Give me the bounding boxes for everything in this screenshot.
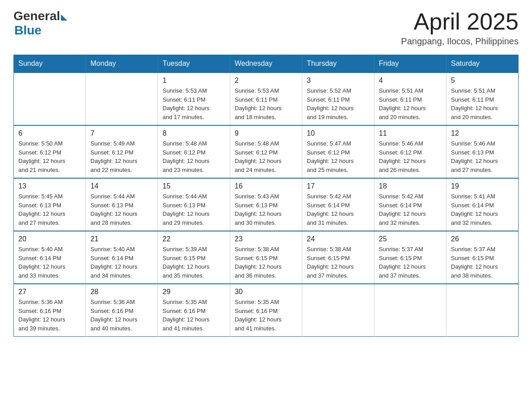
calendar-cell: 4Sunrise: 5:51 AM Sunset: 6:11 PM Daylig…: [374, 73, 446, 125]
location-subtitle: Pangpang, Ilocos, Philippines: [401, 36, 519, 47]
day-number: 8: [163, 129, 225, 137]
calendar-cell: 17Sunrise: 5:42 AM Sunset: 6:14 PM Dayli…: [302, 178, 374, 231]
day-number: 26: [451, 235, 514, 243]
calendar-cell: [446, 284, 519, 337]
calendar-cell: 2Sunrise: 5:53 AM Sunset: 6:11 PM Daylig…: [230, 73, 302, 125]
day-info: Sunrise: 5:47 AM Sunset: 6:12 PM Dayligh…: [307, 139, 369, 174]
calendar-cell: 14Sunrise: 5:44 AM Sunset: 6:13 PM Dayli…: [86, 178, 158, 231]
logo-general-text: General: [13, 9, 60, 23]
calendar-cell: 3Sunrise: 5:52 AM Sunset: 6:11 PM Daylig…: [302, 73, 374, 125]
calendar-cell: 26Sunrise: 5:37 AM Sunset: 6:15 PM Dayli…: [446, 231, 519, 284]
calendar-cell: 28Sunrise: 5:36 AM Sunset: 6:16 PM Dayli…: [86, 284, 158, 337]
calendar-cell: 24Sunrise: 5:38 AM Sunset: 6:15 PM Dayli…: [302, 231, 374, 284]
day-number: 30: [235, 288, 297, 296]
calendar-cell: 5Sunrise: 5:51 AM Sunset: 6:11 PM Daylig…: [446, 73, 519, 125]
day-number: 2: [235, 77, 297, 85]
day-info: Sunrise: 5:53 AM Sunset: 6:11 PM Dayligh…: [163, 86, 225, 121]
logo-arrow-icon: [61, 14, 67, 21]
day-number: 5: [451, 77, 514, 85]
day-info: Sunrise: 5:48 AM Sunset: 6:12 PM Dayligh…: [235, 139, 297, 174]
calendar-cell: [302, 284, 374, 337]
day-number: 18: [379, 182, 442, 190]
calendar-cell: 25Sunrise: 5:37 AM Sunset: 6:15 PM Dayli…: [374, 231, 446, 284]
calendar-header: SundayMondayTuesdayWednesdayThursdayFrid…: [14, 55, 519, 73]
calendar-cell: [374, 284, 446, 337]
day-info: Sunrise: 5:44 AM Sunset: 6:13 PM Dayligh…: [163, 192, 225, 227]
calendar-cell: 19Sunrise: 5:41 AM Sunset: 6:14 PM Dayli…: [446, 178, 519, 231]
day-info: Sunrise: 5:48 AM Sunset: 6:12 PM Dayligh…: [163, 139, 225, 174]
header-cell-tuesday: Tuesday: [158, 55, 230, 73]
day-info: Sunrise: 5:35 AM Sunset: 6:16 PM Dayligh…: [235, 298, 297, 333]
day-number: 19: [451, 182, 514, 190]
day-number: 6: [18, 129, 81, 137]
day-number: 28: [90, 288, 153, 296]
day-number: 1: [163, 77, 225, 85]
day-info: Sunrise: 5:42 AM Sunset: 6:14 PM Dayligh…: [379, 192, 442, 227]
day-number: 13: [18, 182, 81, 190]
logo-blue-text: Blue: [14, 23, 42, 38]
day-info: Sunrise: 5:39 AM Sunset: 6:15 PM Dayligh…: [163, 245, 225, 280]
calendar-cell: 1Sunrise: 5:53 AM Sunset: 6:11 PM Daylig…: [158, 73, 230, 125]
header-cell-friday: Friday: [374, 55, 446, 73]
day-info: Sunrise: 5:35 AM Sunset: 6:16 PM Dayligh…: [163, 298, 225, 333]
calendar-cell: 23Sunrise: 5:38 AM Sunset: 6:15 PM Dayli…: [230, 231, 302, 284]
day-info: Sunrise: 5:36 AM Sunset: 6:16 PM Dayligh…: [90, 298, 153, 333]
week-row-3: 13Sunrise: 5:45 AM Sunset: 6:13 PM Dayli…: [14, 178, 519, 231]
week-row-1: 1Sunrise: 5:53 AM Sunset: 6:11 PM Daylig…: [14, 73, 519, 125]
header-cell-wednesday: Wednesday: [230, 55, 302, 73]
day-number: 29: [163, 288, 225, 296]
day-info: Sunrise: 5:37 AM Sunset: 6:15 PM Dayligh…: [451, 245, 514, 280]
day-info: Sunrise: 5:42 AM Sunset: 6:14 PM Dayligh…: [307, 192, 369, 227]
day-number: 25: [379, 235, 442, 243]
day-number: 12: [451, 129, 514, 137]
day-info: Sunrise: 5:41 AM Sunset: 6:14 PM Dayligh…: [451, 192, 514, 227]
calendar-cell: 21Sunrise: 5:40 AM Sunset: 6:14 PM Dayli…: [86, 231, 158, 284]
calendar-cell: 15Sunrise: 5:44 AM Sunset: 6:13 PM Dayli…: [158, 178, 230, 231]
header-cell-thursday: Thursday: [302, 55, 374, 73]
calendar-cell: 16Sunrise: 5:43 AM Sunset: 6:13 PM Dayli…: [230, 178, 302, 231]
month-year-title: April 2025: [401, 9, 519, 34]
day-info: Sunrise: 5:44 AM Sunset: 6:13 PM Dayligh…: [90, 192, 153, 227]
day-number: 27: [18, 288, 81, 296]
day-number: 14: [90, 182, 153, 190]
week-row-4: 20Sunrise: 5:40 AM Sunset: 6:14 PM Dayli…: [14, 231, 519, 284]
calendar-cell: 22Sunrise: 5:39 AM Sunset: 6:15 PM Dayli…: [158, 231, 230, 284]
day-number: 10: [307, 129, 369, 137]
day-info: Sunrise: 5:49 AM Sunset: 6:12 PM Dayligh…: [90, 139, 153, 174]
header-row: SundayMondayTuesdayWednesdayThursdayFrid…: [14, 55, 519, 73]
day-info: Sunrise: 5:50 AM Sunset: 6:12 PM Dayligh…: [18, 139, 81, 174]
day-number: 4: [379, 77, 442, 85]
day-info: Sunrise: 5:46 AM Sunset: 6:13 PM Dayligh…: [451, 139, 514, 174]
day-info: Sunrise: 5:37 AM Sunset: 6:15 PM Dayligh…: [379, 245, 442, 280]
page-header: General Blue April 2025 Pangpang, Ilocos…: [13, 9, 519, 47]
day-info: Sunrise: 5:40 AM Sunset: 6:14 PM Dayligh…: [18, 245, 81, 280]
calendar-cell: 6Sunrise: 5:50 AM Sunset: 6:12 PM Daylig…: [14, 125, 86, 178]
day-number: 21: [90, 235, 153, 243]
calendar-cell: 10Sunrise: 5:47 AM Sunset: 6:12 PM Dayli…: [302, 125, 374, 178]
calendar-cell: [86, 73, 158, 125]
day-number: 22: [163, 235, 225, 243]
header-cell-monday: Monday: [86, 55, 158, 73]
calendar-cell: 8Sunrise: 5:48 AM Sunset: 6:12 PM Daylig…: [158, 125, 230, 178]
day-number: 23: [235, 235, 297, 243]
logo: General Blue: [13, 9, 67, 38]
day-info: Sunrise: 5:51 AM Sunset: 6:11 PM Dayligh…: [379, 86, 442, 121]
calendar-cell: 20Sunrise: 5:40 AM Sunset: 6:14 PM Dayli…: [14, 231, 86, 284]
day-number: 16: [235, 182, 297, 190]
week-row-5: 27Sunrise: 5:36 AM Sunset: 6:16 PM Dayli…: [14, 284, 519, 337]
day-number: 9: [235, 129, 297, 137]
day-info: Sunrise: 5:45 AM Sunset: 6:13 PM Dayligh…: [18, 192, 81, 227]
day-info: Sunrise: 5:38 AM Sunset: 6:15 PM Dayligh…: [235, 245, 297, 280]
day-info: Sunrise: 5:38 AM Sunset: 6:15 PM Dayligh…: [307, 245, 369, 280]
calendar-cell: [14, 73, 86, 125]
calendar-cell: 30Sunrise: 5:35 AM Sunset: 6:16 PM Dayli…: [230, 284, 302, 337]
week-row-2: 6Sunrise: 5:50 AM Sunset: 6:12 PM Daylig…: [14, 125, 519, 178]
day-number: 17: [307, 182, 369, 190]
day-number: 15: [163, 182, 225, 190]
calendar-table: SundayMondayTuesdayWednesdayThursdayFrid…: [13, 55, 519, 337]
day-number: 3: [307, 77, 369, 85]
calendar-cell: 7Sunrise: 5:49 AM Sunset: 6:12 PM Daylig…: [86, 125, 158, 178]
day-number: 7: [90, 129, 153, 137]
day-info: Sunrise: 5:43 AM Sunset: 6:13 PM Dayligh…: [235, 192, 297, 227]
calendar-cell: 27Sunrise: 5:36 AM Sunset: 6:16 PM Dayli…: [14, 284, 86, 337]
